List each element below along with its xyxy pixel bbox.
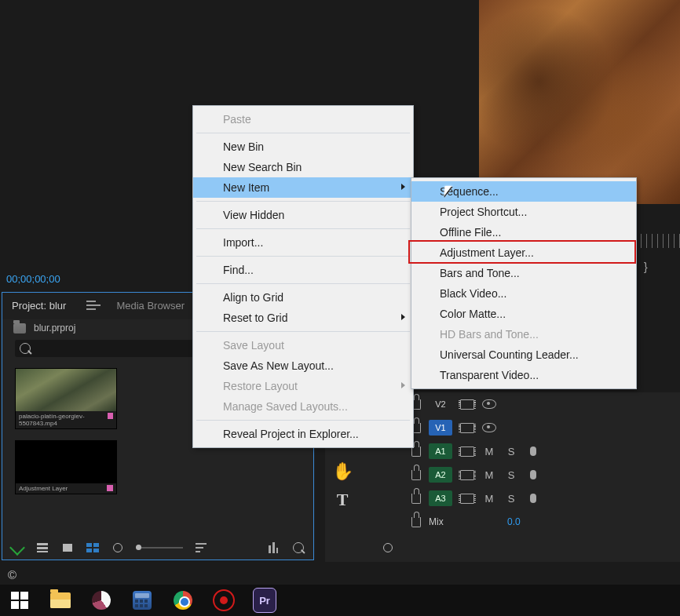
submenu-transparent-video[interactable]: Transparent Video... [411, 365, 636, 385]
menu-align-to-grid[interactable]: Align to Grid [193, 287, 413, 308]
voiceover-icon[interactable] [526, 469, 540, 480]
sync-lock-icon[interactable] [460, 446, 474, 457]
menu-new-item[interactable]: New Item [193, 177, 413, 198]
menu-separator [196, 331, 410, 332]
menu-reveal-in-explorer[interactable]: Reveal Project in Explorer... [193, 424, 413, 444]
menu-new-item-label: New Item [223, 181, 269, 194]
track-label-v2[interactable]: V2 [429, 396, 452, 412]
submenu-arrow-icon [401, 184, 405, 190]
submenu-project-shortcut[interactable]: Project Shortcut... [411, 202, 636, 222]
submenu-bars-and-tone[interactable]: Bars and Tone... [411, 263, 636, 283]
submenu-color-matte[interactable]: Color Matte... [411, 304, 636, 324]
submenu-adjustment-layer[interactable]: Adjustment Layer... [411, 242, 636, 263]
track-mix: Mix 0.0 ▶◀ [372, 510, 680, 534]
menu-separator [196, 201, 410, 202]
cc-icon[interactable]: © [8, 568, 16, 581]
status-strip: © [0, 565, 680, 584]
file-explorer-button[interactable] [49, 589, 72, 612]
tab-project[interactable]: Project: blur [12, 300, 66, 312]
list-view-icon[interactable] [35, 542, 49, 553]
freeform-view-icon[interactable] [86, 542, 100, 553]
sync-lock-icon[interactable] [460, 469, 474, 480]
calculator-button[interactable] [130, 589, 154, 612]
menu-paste: Paste [193, 109, 413, 129]
chrome-icon [174, 591, 192, 610]
track-label-a3[interactable]: A3 [429, 490, 452, 506]
solo-toggle[interactable]: S [504, 493, 518, 504]
find-icon[interactable] [291, 542, 305, 553]
windows-logo-icon [11, 592, 28, 609]
menu-new-bin[interactable]: New Bin [193, 137, 413, 157]
track-a1: A1 M S [372, 439, 680, 463]
type-tool-icon[interactable]: T [331, 488, 353, 512]
track-a2: A2 M S [372, 463, 680, 487]
record-icon [213, 589, 235, 611]
voiceover-icon[interactable] [526, 446, 540, 457]
mix-value[interactable]: 0.0 [507, 516, 521, 527]
swirl-icon [92, 591, 111, 610]
clip-thumbnail[interactable]: palacio-platín-georgiev-5507843.mp4 [15, 368, 117, 429]
sync-lock-icon[interactable] [460, 422, 474, 433]
windows-taskbar: Pr [0, 585, 680, 616]
submenu-black-video[interactable]: Black Video... [411, 283, 636, 304]
search-icon [20, 343, 31, 354]
project-footer [10, 542, 305, 553]
mute-toggle[interactable]: M [482, 469, 496, 480]
submenu-universal-counting-leader[interactable]: Universal Counting Leader... [411, 344, 636, 365]
sync-lock-icon[interactable] [460, 399, 474, 410]
thumbnail-caption: palacio-platín-georgiev-5507843.mp4 [19, 413, 108, 427]
project-context-menu: Paste New Bin New Search Bin New Item Vi… [192, 105, 414, 448]
tab-media-browser[interactable]: Media Browser [116, 300, 185, 312]
mute-toggle[interactable]: M [482, 493, 496, 504]
playhead-handle[interactable] [383, 543, 393, 552]
icon-view-icon[interactable] [60, 542, 75, 553]
solo-toggle[interactable]: S [504, 446, 518, 457]
automate-icon[interactable] [266, 542, 280, 553]
submenu-hd-bars-and-tone: HD Bars and Tone... [411, 324, 636, 344]
adjustment-layer-thumbnail[interactable]: Adjustment Layer [15, 440, 117, 494]
timeline-tools: ✋ T [325, 455, 360, 516]
track-a3: A3 M S [372, 487, 680, 510]
submenu-arrow-icon [401, 382, 405, 388]
zoom-knob-icon[interactable] [111, 542, 125, 553]
menu-separator [196, 283, 410, 284]
new-item-submenu: Sequence... Project Shortcut... Offline … [411, 177, 637, 389]
start-button[interactable] [8, 589, 31, 612]
premiere-button[interactable]: Pr [253, 589, 276, 612]
track-label-a1[interactable]: A1 [429, 443, 452, 459]
lock-icon[interactable] [411, 494, 421, 504]
record-button[interactable] [212, 589, 236, 612]
mix-label: Mix [429, 516, 452, 527]
menu-restore-layout: Restore Layout [193, 376, 413, 396]
lock-icon[interactable] [411, 517, 421, 527]
track-label-a2[interactable]: A2 [429, 467, 452, 483]
menu-new-search-bin[interactable]: New Search Bin [193, 157, 413, 177]
menu-save-as-new-layout[interactable]: Save As New Layout... [193, 355, 413, 376]
menu-find[interactable]: Find... [193, 260, 413, 280]
submenu-sequence[interactable]: Sequence... [411, 181, 636, 202]
sort-icon[interactable] [194, 542, 208, 553]
submenu-offline-file[interactable]: Offline File... [411, 222, 636, 242]
submenu-arrow-icon [401, 314, 405, 320]
thumbnail-image [16, 369, 116, 411]
toggle-track-output-icon[interactable] [482, 399, 496, 410]
track-v2: V2 [372, 392, 680, 416]
menu-view-hidden[interactable]: View Hidden [193, 205, 413, 225]
track-label-v1[interactable]: V1 [429, 420, 452, 436]
zoom-slider[interactable] [136, 547, 183, 549]
project-file-name: blur.prproj [34, 323, 75, 334]
voiceover-icon[interactable] [526, 493, 540, 504]
solo-toggle[interactable]: S [504, 469, 518, 480]
menu-import[interactable]: Import... [193, 232, 413, 253]
app-swirl-button[interactable] [90, 589, 113, 612]
hand-tool-icon[interactable]: ✋ [331, 460, 353, 483]
source-timecode[interactable]: 00;00;00;00 [6, 273, 60, 285]
toggle-track-output-icon[interactable] [482, 422, 496, 433]
lock-icon[interactable] [411, 470, 421, 480]
panel-menu-icon[interactable] [86, 301, 101, 310]
menu-reset-to-grid[interactable]: Reset to Grid [193, 308, 413, 328]
write-mode-icon[interactable] [10, 542, 24, 553]
mute-toggle[interactable]: M [482, 446, 496, 457]
sync-lock-icon[interactable] [460, 493, 474, 504]
chrome-button[interactable] [171, 589, 195, 612]
